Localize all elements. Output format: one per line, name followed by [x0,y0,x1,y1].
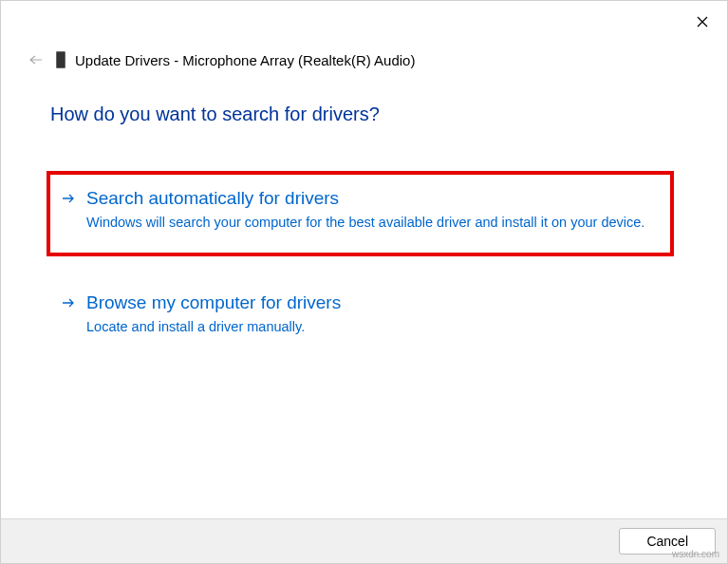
title-row: Update Drivers - Microphone Array (Realt… [26,48,415,71]
close-button[interactable] [691,10,714,33]
window-title: Update Drivers - Microphone Array (Realt… [75,52,415,68]
back-button[interactable] [26,48,47,71]
close-icon [697,16,708,28]
option-search-automatically[interactable]: Search automatically for drivers Windows… [47,171,674,256]
page-heading: How do you want to search for drivers? [50,103,670,125]
option-title: Browse my computer for drivers [86,292,659,313]
option-text: Search automatically for drivers Windows… [86,188,659,232]
option-browse-computer[interactable]: Browse my computer for drivers Locate an… [50,279,670,353]
option-title: Search automatically for drivers [86,188,659,209]
option-description: Locate and install a driver manually. [86,317,659,336]
arrow-right-icon [62,295,75,312]
back-arrow-icon [29,55,43,65]
bottom-bar: Cancel [1,518,727,563]
option-text: Browse my computer for drivers Locate an… [86,292,659,336]
device-icon [56,51,65,68]
content-area: How do you want to search for drivers? S… [50,103,670,354]
options-list: Search automatically for drivers Windows… [50,171,670,354]
arrow-right-icon [62,191,75,208]
option-description: Windows will search your computer for th… [86,213,659,232]
watermark: wsxdn.com [672,549,719,559]
dialog-window: Update Drivers - Microphone Array (Realt… [0,0,728,564]
